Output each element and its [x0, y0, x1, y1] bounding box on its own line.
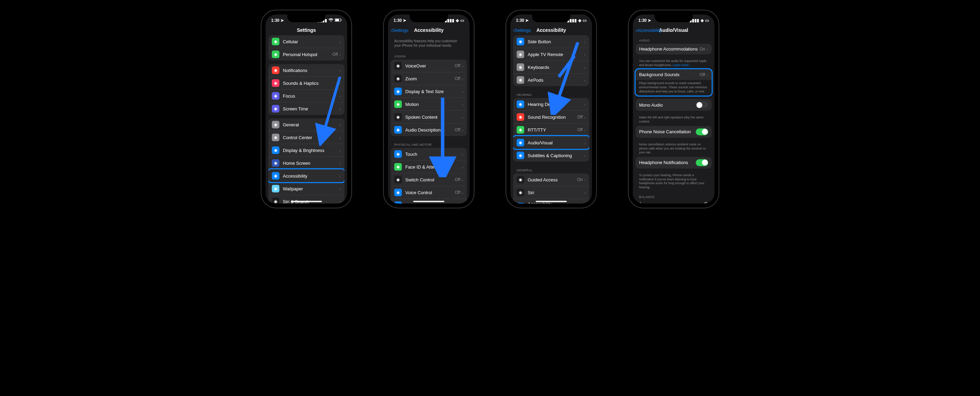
- content-scroll[interactable]: ◉Cellular›◉Personal HotspotOff› ◉Notific…: [266, 35, 347, 204]
- a11y-row-airpods[interactable]: ◉AirPods›: [513, 73, 589, 86]
- row-icon: ◉: [272, 121, 279, 128]
- section-header-general: GENERAL: [513, 165, 589, 173]
- row-headphone-notifications[interactable]: Headphone Notifications: [636, 157, 712, 169]
- a11y-row-display-text-size[interactable]: ◉Display & Text Size›: [391, 85, 467, 97]
- row-phone-noise-cancellation[interactable]: Phone Noise Cancellation: [636, 126, 712, 138]
- row-label: Wallpaper: [283, 186, 339, 192]
- settings-row-sounds-haptics[interactable]: ◉Sounds & Haptics›: [268, 77, 344, 89]
- wifi-icon: ◈: [578, 18, 581, 23]
- row-headphone-accommodations[interactable]: Headphone Accommodations On ›: [636, 44, 712, 54]
- a11y-row-spoken-content[interactable]: ◉Spoken Content›: [391, 110, 467, 123]
- battery-icon: ▭: [583, 18, 587, 23]
- page-title: Settings: [297, 27, 316, 33]
- row-label: Motion: [405, 102, 461, 107]
- section-header-hearing: HEARING: [513, 89, 589, 98]
- a11y-row-siri[interactable]: ◉Siri›: [513, 186, 589, 199]
- row-label: Audio Descriptions: [405, 128, 455, 133]
- chevron-right-icon: ›: [584, 64, 586, 70]
- intro-text: Accessibility features help you customiz…: [391, 35, 467, 51]
- a11y-row-apple-tv-remote[interactable]: ◉Apple TV Remote›: [513, 48, 589, 61]
- a11y-row-rtt-tty[interactable]: ◉RTT/TTYOff›: [513, 123, 589, 136]
- a11y-row-side-button[interactable]: ◉Side Button›: [513, 35, 589, 48]
- row-icon: ◉: [394, 188, 402, 196]
- home-indicator[interactable]: [291, 201, 322, 202]
- home-indicator[interactable]: [536, 201, 567, 202]
- row-label: Display & Brightness: [283, 148, 339, 153]
- content-scroll[interactable]: Accessibility features help you customiz…: [388, 35, 469, 204]
- a11y-row-sound-recognition[interactable]: ◉Sound RecognitionOff›: [513, 110, 589, 123]
- section-header-balance: BALANCE: [636, 192, 712, 200]
- settings-row-siri-search[interactable]: ◉Siri & Search›: [268, 195, 344, 204]
- row-value: Off: [455, 128, 460, 132]
- row-icon: ◉: [394, 176, 402, 184]
- a11y-row-guided-access[interactable]: ◉Guided AccessOn›: [513, 173, 589, 186]
- settings-row-control-center[interactable]: ◉Control Center›: [268, 131, 344, 144]
- page-title: Accessibility: [536, 27, 566, 33]
- battery-icon: ▭: [705, 18, 709, 23]
- settings-row-screen-time[interactable]: ◉Screen Time›: [268, 102, 344, 115]
- a11y-row-face-id-attention[interactable]: ◉Face ID & Attention›: [391, 160, 467, 173]
- row-background-sounds[interactable]: Background Sounds Off ›: [636, 69, 712, 80]
- back-button[interactable]: ‹ Settings: [391, 28, 408, 33]
- row-icon: ◉: [517, 176, 524, 184]
- a11y-row-audio-visual[interactable]: ◉Audio/Visual›: [513, 136, 589, 149]
- location-icon: ➤: [648, 18, 651, 23]
- toggle-noise-cancel[interactable]: [696, 128, 708, 135]
- a11y-row-subtitles-captioning[interactable]: ◉Subtitles & Captioning›: [513, 149, 589, 162]
- a11y-row-keyboards[interactable]: ◉Keyboards›: [513, 61, 589, 73]
- a11y-row-voiceover[interactable]: ◉VoiceOverOff›: [391, 59, 467, 72]
- row-icon: ◉: [394, 62, 402, 70]
- a11y-row-audio-descriptions[interactable]: ◉Audio DescriptionsOff›: [391, 123, 467, 136]
- settings-row-display-brightness[interactable]: ◉Display & Brightness›: [268, 144, 344, 156]
- a11y-row-switch-control[interactable]: ◉Switch ControlOff›: [391, 173, 467, 186]
- row-value: Off: [577, 128, 583, 132]
- chevron-right-icon: ›: [584, 177, 586, 183]
- row-icon: ◉: [272, 198, 279, 204]
- chevron-right-icon: ›: [339, 80, 341, 86]
- time: 1:30: [516, 18, 524, 23]
- a11y-row-touch[interactable]: ◉Touch›: [391, 148, 467, 160]
- row-icon: ◉: [517, 38, 524, 45]
- a11y-row-hearing-devices[interactable]: ◉Hearing Devices›: [513, 98, 589, 110]
- back-button[interactable]: ‹ Accessibility: [636, 28, 662, 33]
- content-scroll[interactable]: ◉Side Button›◉Apple TV Remote›◉Keyboards…: [511, 35, 592, 204]
- row-mono-audio[interactable]: Mono Audio: [636, 99, 712, 111]
- row-icon: ◉: [517, 203, 524, 204]
- row-icon: ◉: [272, 134, 279, 141]
- row-icon: ◉: [517, 76, 524, 84]
- settings-row-accessibility[interactable]: ◉Accessibility›: [268, 169, 344, 182]
- settings-row-general[interactable]: ◉General›: [268, 118, 344, 131]
- home-indicator[interactable]: [413, 201, 444, 202]
- row-label: Focus: [283, 93, 339, 99]
- learn-more-link[interactable]: Learn more…: [673, 63, 692, 67]
- toggle-headphone-notif[interactable]: [696, 159, 708, 166]
- a11y-row-zoom[interactable]: ◉ZoomOff›: [391, 72, 467, 85]
- settings-row-wallpaper[interactable]: ◉Wallpaper›: [268, 182, 344, 195]
- toggle-mono-audio[interactable]: [696, 101, 708, 109]
- back-button[interactable]: ‹ Settings: [513, 28, 531, 33]
- settings-row-focus[interactable]: ◉Focus›: [268, 89, 344, 102]
- chevron-right-icon: ›: [461, 101, 463, 107]
- a11y-row-motion[interactable]: ◉Motion›: [391, 97, 467, 110]
- row-icon: ◉: [517, 101, 524, 108]
- settings-row-notifications[interactable]: ◉Notifications›: [268, 64, 344, 77]
- row-label: Control Center: [283, 135, 339, 140]
- row-label: Audio/Visual: [528, 140, 584, 145]
- settings-row-personal-hotspot[interactable]: ◉Personal HotspotOff›: [268, 48, 344, 61]
- row-icon: ◉: [272, 185, 279, 192]
- row-icon: ◉: [272, 67, 279, 74]
- footer-hpn: To protect your hearing, iPhone sends a …: [636, 172, 712, 192]
- chevron-right-icon: ›: [461, 114, 463, 120]
- settings-row-home-screen[interactable]: ◉Home Screen›: [268, 156, 344, 169]
- a11y-row-voice-control[interactable]: ◉Voice ControlOff›: [391, 186, 467, 199]
- chevron-right-icon: ›: [706, 72, 708, 78]
- content-scroll[interactable]: AUDIO Headphone Accommodations On › You …: [633, 35, 714, 204]
- row-icon: ◉: [517, 113, 524, 121]
- section-header-audio: AUDIO: [636, 35, 712, 44]
- navbar: Settings: [266, 25, 347, 35]
- chevron-right-icon: ›: [584, 140, 586, 146]
- settings-row-cellular[interactable]: ◉Cellular›: [268, 35, 344, 48]
- chevron-right-icon: ›: [584, 101, 586, 107]
- value: Off: [700, 72, 705, 77]
- row-label: VoiceOver: [405, 63, 455, 69]
